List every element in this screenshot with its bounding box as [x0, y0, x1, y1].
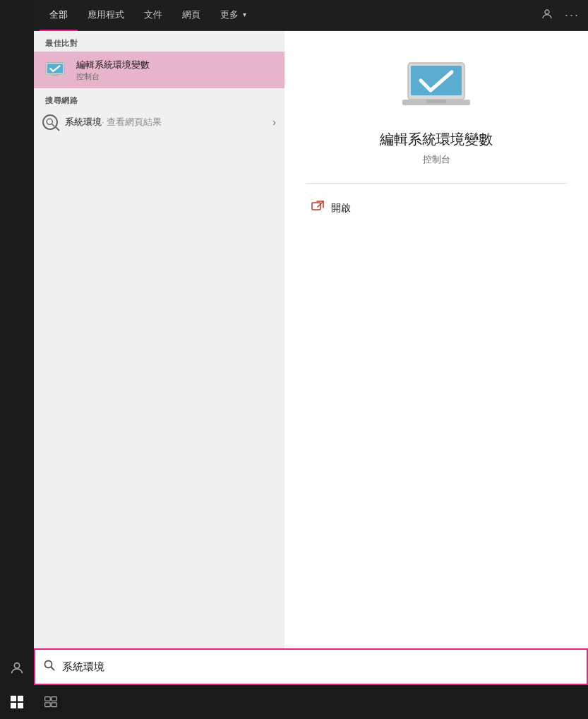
tab-all[interactable]: 全部 — [40, 0, 78, 31]
best-match-label: 最佳比對 — [34, 31, 284, 52]
web-search-label: 搜尋網路 — [34, 88, 284, 109]
svg-rect-7 — [52, 75, 58, 76]
web-search-arrow: › — [272, 117, 276, 128]
web-search-item[interactable]: 系統環境· 查看網頁結果 › — [34, 109, 284, 136]
svg-rect-12 — [411, 66, 462, 95]
svg-rect-19 — [45, 697, 50, 701]
web-search-text: 系統環境· 查看網頁結果 — [65, 116, 265, 129]
open-action[interactable]: 開啟 — [306, 198, 356, 219]
svg-rect-20 — [52, 697, 57, 701]
content-area: 最佳比對 — [34, 31, 588, 719]
svg-point-0 — [14, 663, 19, 668]
user-icon[interactable] — [0, 651, 34, 685]
tab-more[interactable]: 更多 ▾ — [210, 0, 256, 31]
best-match-title: 編輯系統環境變數 — [76, 59, 150, 71]
open-icon — [311, 201, 324, 216]
open-label: 開啟 — [331, 202, 351, 215]
taskview-button[interactable] — [34, 685, 68, 719]
search-circle-icon — [42, 114, 58, 130]
tab-web[interactable]: 網頁 — [172, 0, 210, 31]
search-input[interactable] — [62, 661, 578, 673]
tab-apps[interactable]: 應用程式 — [78, 0, 134, 31]
best-match-item[interactable]: 編輯系統環境變數 控制台 — [34, 52, 284, 88]
more-options-icon[interactable]: ··· — [562, 5, 582, 25]
search-icon — [44, 660, 55, 674]
tab-docs[interactable]: 文件 — [134, 0, 172, 31]
detail-divider — [306, 183, 567, 184]
best-match-subtitle: 控制台 — [76, 71, 150, 82]
svg-point-2 — [545, 10, 549, 14]
start-button[interactable] — [0, 685, 34, 719]
taskbar — [0, 685, 588, 719]
svg-rect-14 — [426, 100, 446, 103]
search-bar[interactable] — [34, 648, 588, 685]
detail-title: 編輯系統環境變數 — [380, 130, 493, 149]
svg-line-18 — [52, 667, 54, 670]
results-panel: 最佳比對 — [34, 31, 284, 719]
svg-line-9 — [52, 124, 54, 126]
best-match-text: 編輯系統環境變數 控制台 — [76, 59, 150, 82]
sidebar — [0, 0, 34, 719]
control-panel-icon — [42, 57, 68, 83]
svg-rect-21 — [45, 703, 50, 707]
svg-rect-15 — [312, 203, 320, 210]
account-icon[interactable] — [538, 5, 556, 26]
detail-icon — [401, 59, 472, 116]
detail-panel: 編輯系統環境變數 控制台 開啟 — [284, 31, 588, 719]
windows-logo — [11, 696, 23, 708]
detail-subtitle: 控制台 — [423, 153, 450, 166]
svg-rect-22 — [52, 703, 57, 707]
search-panel: 全部 應用程式 文件 網頁 更多 ▾ ··· 最佳比對 — [34, 0, 588, 719]
tab-bar: 全部 應用程式 文件 網頁 更多 ▾ ··· — [34, 0, 588, 31]
